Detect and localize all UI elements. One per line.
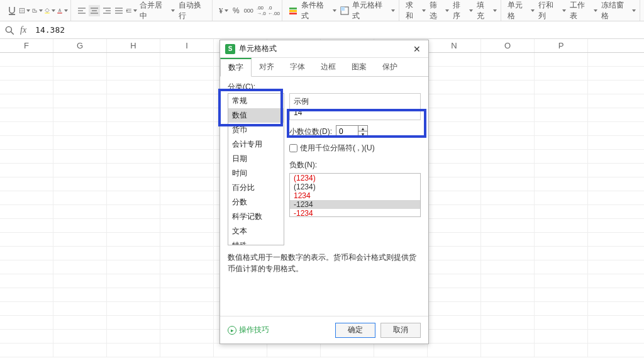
fx-icon[interactable]: fx	[20, 25, 26, 35]
category-item-special[interactable]: 特殊	[228, 238, 284, 245]
sheet-button[interactable]: 工作表	[569, 0, 599, 21]
cancel-button[interactable]: 取消	[380, 323, 421, 338]
underline-icon[interactable]	[6, 5, 18, 16]
thousand-separator-label: 使用千位分隔符( , )(U)	[300, 143, 375, 154]
cond-format-button[interactable]: 条件格式	[300, 0, 338, 21]
cell-button[interactable]: 单元格	[506, 0, 536, 21]
thousand-separator-input[interactable]	[289, 144, 297, 152]
freeze-button[interactable]: 冻结窗格	[600, 0, 638, 21]
negatives-label: 负数(N):	[289, 160, 421, 171]
comma-icon[interactable]: 000	[243, 5, 254, 16]
align-left-icon[interactable]	[76, 5, 87, 16]
col-header[interactable]: N	[428, 39, 481, 52]
decimal-places-spinner[interactable]: ▲ ▼	[336, 125, 368, 138]
sort-button[interactable]: 排序	[452, 0, 474, 21]
cell-style-icon[interactable]	[339, 5, 350, 16]
negative-option[interactable]: (1234)	[290, 174, 420, 182]
tab-border[interactable]: 边框	[313, 58, 344, 76]
category-item-time[interactable]: 时间	[228, 166, 284, 181]
font-color-icon[interactable]	[57, 5, 68, 16]
example-label: 示例	[294, 96, 416, 107]
format-description: 数值格式用于一般数字的表示。货币和会计格式则提供货币值计算的专用格式。	[228, 252, 421, 274]
category-item-fraction[interactable]: 分数	[228, 195, 284, 210]
filter-button[interactable]: 筛选	[428, 0, 451, 21]
col-header[interactable]: F	[0, 39, 53, 52]
example-box: 示例 14	[289, 93, 421, 120]
svg-rect-4	[289, 10, 297, 12]
col-header[interactable]: H	[107, 39, 160, 52]
formula-bar: fx 14.382	[0, 21, 644, 39]
svg-rect-2	[57, 13, 62, 13]
shape-icon[interactable]	[31, 5, 43, 16]
sum-button[interactable]: 求和	[404, 0, 427, 21]
example-value: 14	[294, 108, 416, 117]
col-header[interactable]: O	[481, 39, 535, 52]
tab-font[interactable]: 字体	[282, 58, 313, 76]
tab-number[interactable]: 数字	[220, 58, 252, 77]
category-item-general[interactable]: 常规	[228, 94, 284, 108]
category-list[interactable]: 常规 数值 货币 会计专用 日期 时间 百分比 分数 科学记数 文本 特殊 自定…	[228, 93, 284, 245]
currency-icon[interactable]: ¥	[218, 5, 229, 16]
decrease-decimal-icon[interactable]: .0←.00	[268, 5, 279, 16]
align-justify-icon[interactable]	[113, 5, 125, 16]
spinner-down-icon[interactable]: ▼	[358, 131, 367, 137]
row-col-button[interactable]: 行和列	[537, 0, 567, 21]
ok-button[interactable]: 确定	[335, 323, 375, 338]
dialog-titlebar: S 单元格格式 ✕	[220, 40, 428, 58]
search-icon[interactable]	[4, 25, 15, 36]
close-icon[interactable]: ✕	[411, 43, 423, 55]
main-toolbar: 合并居中 自动换行 ¥ % 000 .00→.0 .0←.00 条件格式 单元格…	[0, 0, 644, 21]
negatives-list[interactable]: (1234) (1234) 1234 -1234 -1234	[289, 173, 421, 217]
col-header[interactable]: I	[160, 39, 214, 52]
cell-style-button[interactable]: 单元格样式	[351, 0, 396, 21]
align-center-icon[interactable]	[89, 5, 100, 16]
tab-align[interactable]: 对齐	[252, 58, 282, 76]
percent-icon[interactable]: %	[230, 5, 242, 16]
negative-option[interactable]: (1234)	[290, 182, 420, 191]
thousand-separator-checkbox[interactable]: 使用千位分隔符( , )(U)	[289, 143, 421, 154]
svg-rect-3	[289, 8, 297, 9]
fill-button[interactable]: 填充	[475, 0, 498, 21]
svg-rect-5	[289, 13, 297, 14]
tips-link[interactable]: ▸ 操作技巧	[228, 325, 269, 335]
tab-protect[interactable]: 保护	[375, 58, 406, 76]
tips-icon: ▸	[228, 326, 236, 335]
border-icon[interactable]	[19, 5, 30, 16]
svg-rect-7	[341, 7, 345, 11]
col-header[interactable]: P	[535, 39, 588, 52]
dialog-tabs: 数字 对齐 字体 边框 图案 保护	[220, 58, 428, 77]
cell-format-dialog: S 单元格格式 ✕ 数字 对齐 字体 边框 图案 保护 分类(C): 常规 数值…	[219, 40, 429, 344]
app-logo-icon: S	[225, 44, 235, 54]
formula-value[interactable]: 14.382	[31, 25, 65, 35]
auto-wrap-button[interactable]: 自动换行	[177, 0, 210, 21]
col-header[interactable]: G	[53, 39, 107, 52]
spinner-up-icon[interactable]: ▲	[358, 126, 367, 131]
decimal-places-label: 小数位数(D):	[289, 126, 332, 137]
indent-icon[interactable]	[126, 5, 137, 16]
svg-rect-1	[45, 13, 50, 13]
category-item-number[interactable]: 数值	[228, 108, 284, 123]
category-label: 分类(C):	[228, 82, 421, 92]
category-item-scientific[interactable]: 科学记数	[228, 210, 284, 224]
svg-point-8	[6, 26, 11, 32]
tips-label: 操作技巧	[239, 325, 269, 335]
increase-decimal-icon[interactable]: .00→.0	[255, 5, 267, 16]
merge-center-button[interactable]: 合并居中	[138, 0, 175, 21]
category-item-accounting[interactable]: 会计专用	[228, 137, 284, 152]
fill-color-icon[interactable]	[44, 5, 55, 16]
category-item-text[interactable]: 文本	[228, 224, 284, 238]
dialog-title: 单元格格式	[239, 43, 411, 54]
align-right-icon[interactable]	[101, 5, 113, 16]
decimal-places-input[interactable]	[336, 127, 358, 136]
cond-format-icon[interactable]	[287, 5, 299, 16]
category-item-currency[interactable]: 货币	[228, 123, 284, 137]
negative-option[interactable]: -1234	[290, 209, 420, 217]
negative-option[interactable]: 1234	[290, 191, 420, 200]
category-item-date[interactable]: 日期	[228, 152, 284, 166]
tab-pattern[interactable]: 图案	[344, 58, 375, 76]
negative-option[interactable]: -1234	[290, 200, 420, 209]
category-item-percent[interactable]: 百分比	[228, 181, 284, 195]
